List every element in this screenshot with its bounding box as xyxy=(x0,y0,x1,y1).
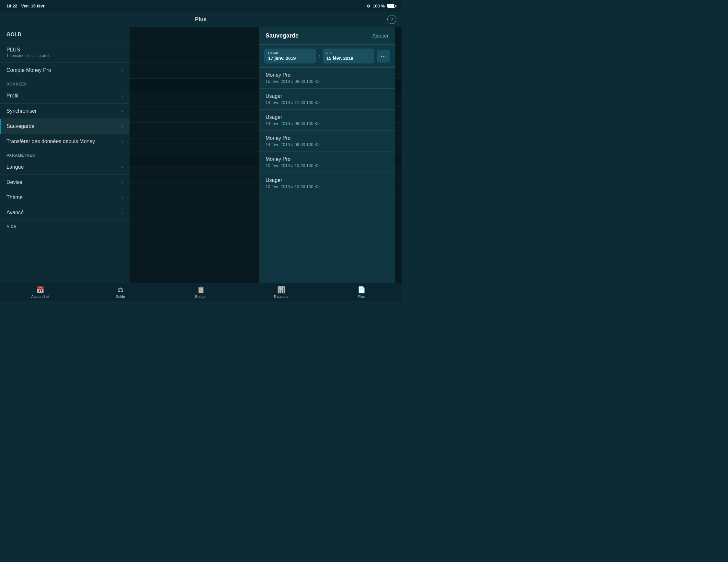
date-end-label: Fin xyxy=(326,51,370,55)
balance-icon: ⚖ xyxy=(118,286,123,293)
devise-label: Devise xyxy=(6,179,121,185)
backup-item-name: Usager xyxy=(266,114,389,120)
backup-item-date: 14 févr. 2019 à 11:00 100 Kb xyxy=(266,100,389,105)
profil-chevron-icon: › xyxy=(121,93,123,98)
backup-list-item[interactable]: Usager 14 févr. 2019 à 09:00 100 Kb xyxy=(259,110,395,131)
date-start-value: 17 janv. 2019 xyxy=(268,56,312,61)
sidebar-item-synchroniser[interactable]: Synchroniser › xyxy=(0,104,130,119)
status-right: ⊙ 100 % xyxy=(367,4,395,8)
sauvegarde-chevron-icon: › xyxy=(121,124,123,129)
tab-aujourd-hui-label: Aujourd'hui xyxy=(31,294,49,298)
sidebar: GOLD PLUS 1 semaine d'essai gratuit Comp… xyxy=(0,27,130,283)
battery-percent: 100 % xyxy=(373,4,385,8)
backup-item-date: 14 févr. 2019 à 09:00 100 Kb xyxy=(266,142,389,147)
sidebar-item-avance[interactable]: Avancé › xyxy=(0,205,130,221)
avance-chevron-icon: › xyxy=(121,210,123,215)
tab-solde-label: Solde xyxy=(116,294,125,298)
backup-item-name: Usager xyxy=(266,93,389,99)
backup-list-item[interactable]: Usager 10 févr. 2019 à 10:00 100 Kb xyxy=(259,173,395,194)
calendar-icon: 📅 xyxy=(36,286,44,293)
devise-chevron-icon: › xyxy=(121,180,123,185)
modal-panel: Sauvegarde Ajouter Début 17 janv. 2019 ›… xyxy=(259,27,395,283)
sidebar-item-devise[interactable]: Devise › xyxy=(0,175,130,190)
battery-icon xyxy=(387,4,395,8)
avance-label: Avancé xyxy=(6,210,121,216)
header: Plus ? xyxy=(0,12,402,27)
gold-label: GOLD xyxy=(6,32,123,38)
sidebar-item-compte[interactable]: Compte Money Pro › xyxy=(0,63,130,78)
sidebar-item-theme[interactable]: Thème › xyxy=(0,190,130,205)
tab-budget-label: Budget xyxy=(195,294,207,298)
help-icon: ? xyxy=(391,17,393,22)
plus-sublabel: 1 semaine d'essai gratuit xyxy=(6,53,123,58)
tab-budget[interactable]: 📋 Budget xyxy=(161,286,241,298)
compte-chevron-icon: › xyxy=(121,68,123,73)
help-button[interactable]: ? xyxy=(387,15,396,24)
sidebar-item-profil[interactable]: Profil › xyxy=(0,88,130,104)
sidebar-item-transferer[interactable]: Transférer des données depuis Money › xyxy=(0,134,130,149)
date-range-arrow-icon: › xyxy=(319,53,321,60)
budget-icon: 📋 xyxy=(197,286,205,293)
active-indicator xyxy=(0,119,1,134)
section-header-aide: AIDE xyxy=(0,221,130,231)
synchroniser-chevron-icon: › xyxy=(121,109,123,114)
backup-item-date: 10 févr. 2019 à 10:00 100 Kb xyxy=(266,184,389,189)
section-header-donnees: DONNÉES xyxy=(0,78,130,88)
plus-tab-icon: 📄 xyxy=(358,286,366,293)
tab-aujourd-hui[interactable]: 📅 Aujourd'hui xyxy=(0,286,80,298)
modal-add-button[interactable]: Ajouter xyxy=(372,33,389,39)
date-start-block[interactable]: Début 17 janv. 2019 › xyxy=(264,49,316,63)
status-date: Ven. 15 févr. xyxy=(21,4,45,8)
theme-label: Thème xyxy=(6,195,121,201)
backup-item-name: Money Pro xyxy=(266,156,389,162)
backup-item-name: Usager xyxy=(266,178,389,183)
tab-plus[interactable]: 📄 Plus xyxy=(321,286,402,298)
date-range-more-button[interactable]: ··· xyxy=(377,50,390,63)
sauvegarde-label: Sauvegarde xyxy=(6,123,121,129)
tab-solde[interactable]: ⚖ Solde xyxy=(80,286,161,298)
wifi-icon: ⊙ xyxy=(367,4,370,8)
backup-list-item[interactable]: Money Pro 10 févr. 2019 à 10:00 100 Kb xyxy=(259,152,395,173)
modal-title: Sauvegarde xyxy=(266,32,299,39)
date-end-value: 15 févr. 2019 xyxy=(326,56,370,61)
backup-item-name: Money Pro xyxy=(266,72,389,78)
tab-rapports-label: Rapports xyxy=(274,294,289,298)
tab-plus-label: Plus xyxy=(358,294,365,298)
sidebar-item-sauvegarde[interactable]: Sauvegarde › xyxy=(0,119,130,134)
backup-list: Money Pro 15 févr. 2019 à 08:00 100 Kb U… xyxy=(259,68,395,283)
langue-chevron-icon: › xyxy=(121,165,123,170)
tab-rapports[interactable]: 📊 Rapports xyxy=(241,286,321,298)
transferer-label: Transférer des données depuis Money xyxy=(6,139,121,144)
more-icon: ··· xyxy=(381,52,386,60)
main-layout: GOLD PLUS 1 semaine d'essai gratuit Comp… xyxy=(0,27,402,283)
backup-item-date: 10 févr. 2019 à 10:00 100 Kb xyxy=(266,163,389,168)
backup-item-date: 14 févr. 2019 à 09:00 100 Kb xyxy=(266,121,389,126)
modal-header: Sauvegarde Ajouter xyxy=(259,27,395,45)
date-end-block[interactable]: Fin 15 févr. 2019 xyxy=(323,49,374,63)
theme-chevron-icon: › xyxy=(121,195,123,200)
profil-label: Profil xyxy=(6,93,121,99)
sidebar-item-langue[interactable]: Langue › xyxy=(0,160,130,175)
chart-icon: 📊 xyxy=(277,286,285,293)
date-range: Début 17 janv. 2019 › Fin 15 févr. 2019 … xyxy=(259,45,395,68)
langue-label: Langue xyxy=(6,164,121,170)
status-time: 10:22 xyxy=(6,4,17,8)
sidebar-item-gold[interactable]: GOLD xyxy=(0,27,130,42)
sidebar-item-plus[interactable]: PLUS 1 semaine d'essai gratuit xyxy=(0,42,130,63)
right-content: 🏛 ☁ › ☁ › › › Money Pro › xyxy=(130,27,402,283)
compte-label: Compte Money Pro xyxy=(6,67,121,73)
status-bar: 10:22 Ven. 15 févr. ⊙ 100 % xyxy=(0,0,402,12)
synchroniser-label: Synchroniser xyxy=(6,108,121,114)
plus-label: PLUS xyxy=(6,47,123,53)
backup-list-item[interactable]: Money Pro 14 févr. 2019 à 09:00 100 Kb xyxy=(259,131,395,152)
section-header-parametres: PARAMÈTRES xyxy=(0,149,130,160)
backup-list-item[interactable]: Usager 14 févr. 2019 à 11:00 100 Kb xyxy=(259,89,395,110)
backup-item-name: Money Pro xyxy=(266,135,389,141)
backup-item-date: 15 févr. 2019 à 08:00 100 Kb xyxy=(266,79,389,84)
backup-list-item[interactable]: Money Pro 15 févr. 2019 à 08:00 100 Kb xyxy=(259,68,395,89)
status-left: 10:22 Ven. 15 févr. xyxy=(6,4,45,8)
transferer-chevron-icon: › xyxy=(121,139,123,144)
page-title: Plus xyxy=(195,16,207,23)
tab-bar: 📅 Aujourd'hui ⚖ Solde 📋 Budget 📊 Rapport… xyxy=(0,283,402,301)
date-start-label: Début xyxy=(268,51,312,55)
